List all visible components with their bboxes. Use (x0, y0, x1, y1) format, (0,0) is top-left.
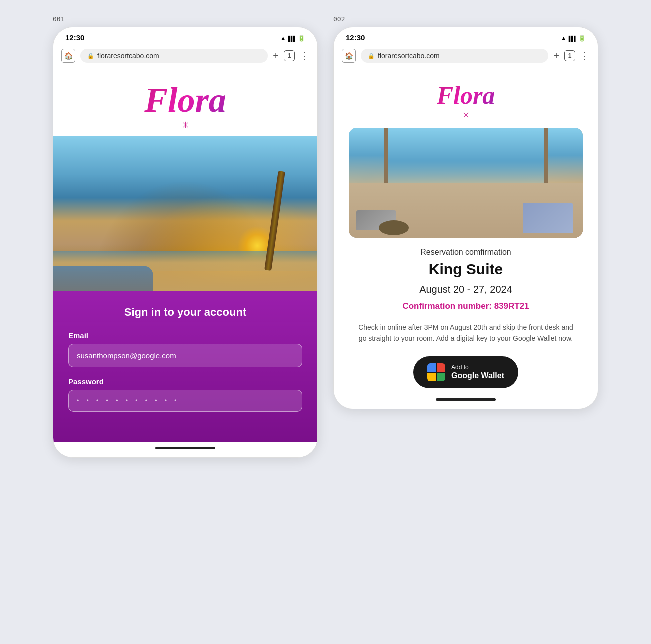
phone2: 12:30 🏠 🔒 floraresortcabo.com + 1 ⋮ (333, 27, 598, 409)
phone2-content: Flora ✳ Reservation comfirmation King Su (334, 68, 598, 393)
browser-actions-1: + 1 ⋮ (273, 50, 309, 62)
browser-menu-1[interactable]: ⋮ (300, 50, 309, 61)
google-wallet-icon (427, 363, 445, 381)
checkin-info: Check in online after 3PM on August 20th… (349, 321, 583, 344)
status-bar-1: 12:30 (53, 27, 317, 45)
room-image-bg (349, 128, 583, 238)
battery-icon-2 (578, 34, 586, 42)
new-tab-button-1[interactable]: + (273, 50, 279, 62)
screens-container: 001 12:30 🏠 🔒 floraresortcabo.com (20, 10, 631, 458)
date-range: August 20 - 27, 2024 (349, 284, 583, 295)
hero-image-1 (53, 136, 317, 291)
phone1: 12:30 🏠 🔒 floraresortcabo.com + 1 ⋮ (53, 27, 318, 458)
url-bar-1[interactable]: 🔒 floraresortcabo.com (80, 49, 268, 63)
add-to-wallet-button[interactable]: Add to Google Wallet (413, 356, 518, 388)
email-input[interactable] (68, 344, 302, 367)
hero-image-bg (53, 136, 317, 291)
lock-icon-1: 🔒 (87, 53, 94, 59)
status-time-2: 12:30 (346, 33, 365, 42)
battery-icon-1 (298, 34, 305, 42)
confirmation-number: Confirmation number: 839RT21 (349, 301, 583, 311)
home-button-2[interactable]: 🏠 (342, 49, 356, 63)
home-button-1[interactable]: 🏠 (61, 49, 75, 63)
browser-bar-1: 🏠 🔒 floraresortcabo.com + 1 ⋮ (53, 45, 317, 68)
status-bar-2: 12:30 (334, 27, 598, 45)
wallet-icon-yellow (427, 373, 436, 381)
password-input[interactable] (68, 390, 302, 412)
palm-tree (260, 141, 290, 271)
status-icons-1 (280, 34, 305, 42)
screen2-label: 002 (333, 15, 345, 23)
tab-count-2[interactable]: 1 (564, 50, 575, 61)
confirmation-text: Reservation comfirmation (349, 248, 583, 257)
phone1-wrapper: 001 12:30 🏠 🔒 floraresortcabo.com (53, 15, 318, 458)
wallet-add-to-label: Add to (451, 364, 504, 371)
flora-logo-2: Flora (437, 83, 495, 108)
snowflake-icon-2: ✳ (462, 110, 470, 121)
url-text-1: floraresortcabo.com (97, 52, 159, 60)
room-image (349, 128, 583, 238)
phone2-wrapper: 002 12:30 🏠 🔒 floraresortcabo.com (333, 15, 598, 458)
wifi-icon-1 (280, 34, 286, 42)
lock-icon-2: 🔒 (368, 53, 375, 59)
home-bar-1 (155, 447, 215, 449)
signin-title: Sign in to your account (68, 306, 302, 319)
logo-area-1: Flora ✳ (53, 68, 317, 136)
login-section: Sign in to your account Email Password (53, 291, 317, 442)
signal-icon-1 (288, 34, 296, 42)
wallet-button-text: Add to Google Wallet (451, 364, 504, 381)
pool-area (53, 266, 153, 291)
room-type: King Suite (349, 261, 583, 278)
tab-count-1[interactable]: 1 (284, 50, 295, 61)
status-time-1: 12:30 (65, 33, 84, 42)
browser-menu-2[interactable]: ⋮ (580, 50, 590, 61)
home-indicator-2 (334, 393, 598, 409)
new-tab-button-2[interactable]: + (553, 50, 559, 62)
browser-bar-2: 🏠 🔒 floraresortcabo.com + 1 ⋮ (334, 45, 598, 68)
wallet-icon-red (437, 363, 445, 372)
wallet-icon-blue (427, 363, 436, 372)
room-bed (523, 203, 573, 233)
wallet-google-label: Google Wallet (451, 371, 504, 380)
browser-actions-2: + 1 ⋮ (553, 50, 590, 62)
status-icons-2 (561, 34, 586, 42)
home-indicator-1 (53, 442, 317, 457)
url-text-2: floraresortcabo.com (378, 52, 440, 60)
url-bar-2[interactable]: 🔒 floraresortcabo.com (361, 49, 548, 63)
home-bar-2 (436, 398, 496, 401)
wallet-icon-green (437, 373, 445, 381)
wifi-icon-2 (561, 34, 567, 42)
palm-trunk (264, 171, 285, 271)
flora-logo-1: Flora (144, 83, 226, 118)
logo-area-2: Flora ✳ (349, 78, 583, 123)
signal-icon-2 (569, 34, 576, 42)
password-label: Password (68, 377, 302, 386)
snowflake-icon-1: ✳ (182, 120, 189, 131)
email-label: Email (68, 331, 302, 340)
room-table (379, 220, 409, 235)
screen1-label: 001 (53, 15, 64, 23)
